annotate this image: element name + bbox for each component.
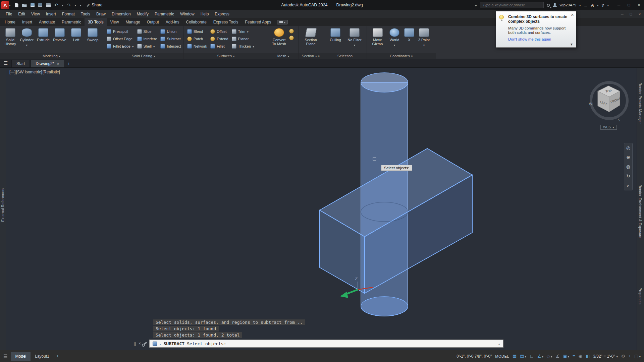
loft-button[interactable]: Loft — [68, 28, 85, 42]
object-snap-icon[interactable]: ▣ — [563, 354, 569, 359]
tab-add-ins[interactable]: Add-ins — [162, 18, 183, 26]
tab-featured-apps[interactable]: Featured Apps — [241, 18, 274, 26]
smooth-object-icon[interactable] — [289, 29, 294, 34]
help-bubble-close-icon[interactable]: ✕ — [571, 13, 574, 17]
zoom-icon[interactable]: ◍ — [626, 164, 630, 169]
fillet-edge-button[interactable]: Fillet Edge — [105, 44, 135, 49]
command-line-drag-handle[interactable]: ⣿ — [133, 342, 137, 346]
tab-drawing2[interactable]: Drawing2* × — [31, 60, 64, 67]
render-environment-palette-tab[interactable]: Render Environment & Exposure — [638, 184, 642, 238]
properties-palette-tab[interactable]: Properties — [638, 288, 642, 304]
app-menu-chevron-icon[interactable] — [9, 3, 11, 7]
union-button[interactable]: Union — [159, 29, 182, 34]
user-avatar-icon[interactable] — [553, 3, 557, 7]
search-icon[interactable] — [547, 4, 550, 7]
menu-file[interactable]: File — [3, 11, 15, 17]
grid-icon[interactable]: ▦ — [513, 354, 517, 359]
help-bubble-chevron-icon[interactable]: ▾ — [571, 42, 573, 47]
section-panel-label[interactable]: Section» — [299, 53, 323, 59]
sweep-button[interactable]: Sweep — [85, 28, 101, 42]
tab-close-icon[interactable]: × — [57, 62, 59, 66]
workspace-gear-icon[interactable]: ⚙ — [621, 354, 625, 359]
solid-editing-panel-label[interactable]: Solid Editing — [103, 53, 183, 59]
interfere-button[interactable]: Interfere — [136, 37, 159, 41]
new-layout-button[interactable]: + — [54, 352, 62, 361]
viewcube-west-label[interactable]: W — [589, 102, 592, 106]
ribbon-display-toggle[interactable] — [277, 20, 288, 24]
intersect-button[interactable]: Intersect — [159, 44, 182, 49]
network-button[interactable]: Network — [186, 44, 208, 49]
planar-button[interactable]: Planar — [230, 37, 256, 41]
share-button[interactable]: ⇗ Share — [86, 2, 103, 8]
menu-parametric[interactable]: Parametric — [152, 11, 177, 17]
menu-edit[interactable]: Edit — [15, 11, 28, 17]
model-tab[interactable]: Model — [11, 352, 31, 361]
menu-modify[interactable]: Modify — [134, 11, 152, 17]
command-expand-icon[interactable]: ▴ — [498, 342, 500, 346]
menu-insert[interactable]: Insert — [43, 11, 59, 17]
search-expand-icon[interactable]: ▸ — [475, 3, 477, 7]
minimize-button[interactable]: ─ — [614, 1, 624, 9]
panel-expand-icon[interactable]: » — [411, 54, 413, 58]
isolate-objects-icon[interactable]: + — [629, 354, 631, 359]
model-space-badge[interactable]: MODEL — [495, 354, 509, 358]
revolve-button[interactable]: Revolve — [52, 28, 68, 42]
modeling-panel-label[interactable]: Modeling — [0, 53, 103, 59]
drawing-canvas[interactable]: Z [—] [SW Isometric] [Realistic] Select … — [6, 68, 637, 350]
trim-button[interactable]: Trim — [230, 29, 256, 34]
menu-help[interactable]: Help — [198, 11, 212, 17]
subtract-button[interactable]: Subtract — [159, 37, 182, 41]
menu-draw[interactable]: Draw — [93, 11, 109, 17]
offset-button[interactable]: Offset — [209, 29, 229, 34]
selection-panel-label[interactable]: Selection — [323, 53, 367, 59]
solid-history-button[interactable]: Solid History — [2, 28, 18, 46]
snap-icon[interactable]: ▤ — [520, 354, 526, 359]
section-plane-button[interactable]: Section Plane — [301, 28, 321, 46]
menu-view[interactable]: View — [28, 11, 43, 17]
tab-insert[interactable]: Insert — [19, 18, 36, 26]
menu-format[interactable]: Format — [59, 11, 78, 17]
search-input[interactable] — [480, 2, 544, 8]
app-store-icon[interactable] — [584, 4, 588, 6]
help-icon[interactable]: ? — [602, 3, 604, 8]
redo-chevron-icon[interactable] — [75, 3, 76, 7]
tab-annotate[interactable]: Annotate — [36, 18, 58, 26]
move-gizmo-button[interactable]: Move Gizmo — [369, 28, 386, 46]
open-file-icon[interactable] — [22, 3, 27, 7]
tab-output[interactable]: Output — [144, 18, 162, 26]
customization-icon[interactable]: ▢ — [634, 354, 641, 359]
close-button[interactable]: × — [634, 1, 644, 9]
undo-chevron-icon[interactable] — [62, 3, 63, 7]
new-file-icon[interactable] — [15, 3, 18, 7]
menu-window[interactable]: Window — [177, 11, 198, 17]
cylinder-bottom-face[interactable] — [361, 297, 408, 316]
x-axis-button[interactable]: X — [403, 28, 416, 42]
viewport-menu-control[interactable]: [—] — [9, 70, 16, 74]
undo-icon[interactable]: ↶ — [54, 2, 58, 8]
coordinates-panel-label[interactable]: Coordinates» — [367, 53, 436, 59]
tab-start[interactable]: Start — [11, 60, 30, 67]
dynamic-ucs-icon[interactable]: ◧ — [586, 354, 590, 359]
object-snap-tracking-icon[interactable]: ∡ — [555, 354, 559, 359]
ortho-icon[interactable]: ∟ — [530, 354, 534, 359]
plot-icon[interactable] — [46, 3, 51, 7]
menu-tools[interactable]: Tools — [78, 11, 93, 17]
annotation-scale-control[interactable]: 3/32" = 1'-0" — [593, 354, 618, 359]
user-menu-chevron-icon[interactable] — [579, 3, 581, 7]
selection-cycling-icon[interactable]: ◉ — [579, 354, 582, 359]
fillet-button[interactable]: Fillet — [209, 44, 229, 49]
doc-restore-button[interactable]: □ — [627, 12, 635, 16]
render-presets-manager-palette-tab[interactable]: Render Presets Manager — [638, 82, 642, 124]
help-chevron-icon[interactable] — [607, 3, 609, 7]
tab-3d-tools[interactable]: 3D Tools — [85, 18, 107, 26]
convert-to-mesh-button[interactable]: Convert To Mesh — [270, 28, 288, 46]
save-icon[interactable] — [31, 3, 35, 7]
extend-button[interactable]: Extend — [209, 37, 229, 41]
smooth-more-icon[interactable] — [289, 36, 294, 40]
menu-dimension[interactable]: Dimension — [109, 11, 134, 17]
tab-manage[interactable]: Manage — [122, 18, 143, 26]
tab-parametric[interactable]: Parametric — [58, 18, 85, 26]
panel-expand-icon[interactable]: » — [318, 54, 320, 58]
slice-button[interactable]: Slice — [136, 29, 159, 34]
external-references-palette-tab[interactable]: External References — [1, 188, 5, 222]
